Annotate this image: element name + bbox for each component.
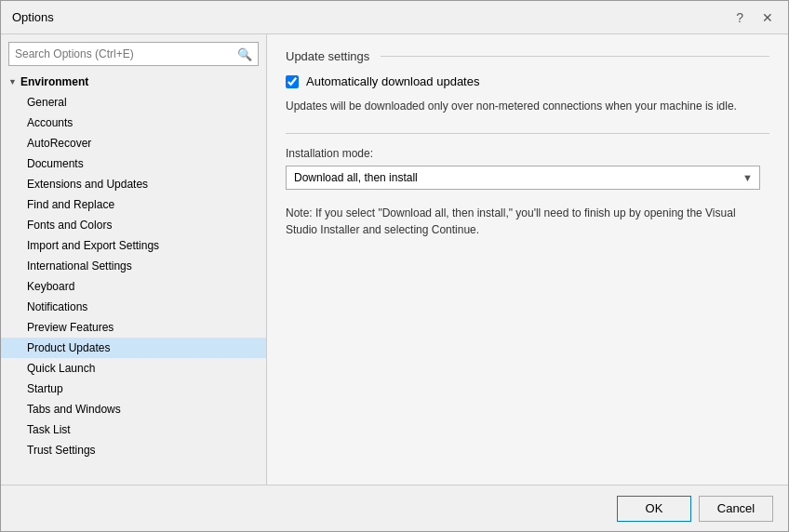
tree-item-productupdates[interactable]: Product Updates <box>1 338 266 358</box>
tree-item-importexport[interactable]: Import and Export Settings <box>1 235 266 256</box>
dialog-footer: OK Cancel <box>1 485 788 531</box>
tree-item-documents[interactable]: Documents <box>1 153 266 174</box>
note-text: Note: If you select "Download all, then … <box>286 205 769 238</box>
tree-item-tasklist[interactable]: Task List <box>1 419 266 440</box>
tree-container[interactable]: ▼ Environment GeneralAccountsAutoRecover… <box>1 72 266 485</box>
tree-item-trustsettings[interactable]: Trust Settings <box>1 440 266 460</box>
checkbox-row: Automatically download updates <box>286 74 769 88</box>
cancel-button[interactable]: Cancel <box>699 496 773 522</box>
tree-item-keyboard[interactable]: Keyboard <box>1 276 266 297</box>
tree-item-extensions[interactable]: Extensions and Updates <box>1 174 266 194</box>
description-text: Updates will be downloaded only over non… <box>286 98 769 114</box>
tree-item-findreplace[interactable]: Find and Replace <box>1 194 266 215</box>
separator <box>286 133 769 134</box>
dialog-title: Options <box>12 10 54 24</box>
search-input[interactable] <box>9 43 232 65</box>
auto-download-checkbox[interactable] <box>286 75 299 88</box>
tree-item-startup[interactable]: Startup <box>1 379 266 399</box>
dialog-body: 🔍 ▼ Environment GeneralAccountsAutoRecov… <box>1 34 788 485</box>
tree-item-international[interactable]: International Settings <box>1 256 266 276</box>
tree-node-environment[interactable]: ▼ Environment <box>1 72 266 92</box>
tree-item-preview[interactable]: Preview Features <box>1 317 266 338</box>
collapse-icon: ▼ <box>8 77 17 86</box>
content-area: Automatically download updates Updates w… <box>286 74 769 473</box>
tree-item-tabswindows[interactable]: Tabs and Windows <box>1 399 266 419</box>
options-dialog: Options ? ✕ 🔍 ▼ Environment GeneralAccou… <box>0 0 789 532</box>
install-mode-label: Installation mode: <box>286 147 769 160</box>
title-bar-left: Options <box>12 10 54 24</box>
tree-item-autorecover[interactable]: AutoRecover <box>1 133 266 153</box>
ok-button[interactable]: OK <box>617 496 691 522</box>
close-button[interactable]: ✕ <box>758 8 777 27</box>
dropdown-wrapper: Download all, then installDownload and i… <box>286 166 760 190</box>
tree-item-accounts[interactable]: Accounts <box>1 113 266 133</box>
installation-mode-dropdown[interactable]: Download all, then installDownload and i… <box>286 166 760 190</box>
tree-item-notifications[interactable]: Notifications <box>1 297 266 317</box>
tree-item-general[interactable]: General <box>1 92 266 113</box>
right-panel: Update settings Automatically download u… <box>267 34 788 485</box>
left-panel: 🔍 ▼ Environment GeneralAccountsAutoRecov… <box>1 34 267 485</box>
search-box[interactable]: 🔍 <box>8 42 259 66</box>
title-bar: Options ? ✕ <box>1 1 788 34</box>
tree-parent-label: Environment <box>20 75 88 88</box>
section-title: Update settings <box>286 49 769 63</box>
help-button[interactable]: ? <box>732 8 747 27</box>
auto-download-label: Automatically download updates <box>306 74 479 88</box>
tree-item-fonts[interactable]: Fonts and Colors <box>1 215 266 235</box>
search-icon: 🔍 <box>232 47 258 61</box>
tree-item-quicklaunch[interactable]: Quick Launch <box>1 358 266 379</box>
title-bar-right: ? ✕ <box>732 8 777 27</box>
